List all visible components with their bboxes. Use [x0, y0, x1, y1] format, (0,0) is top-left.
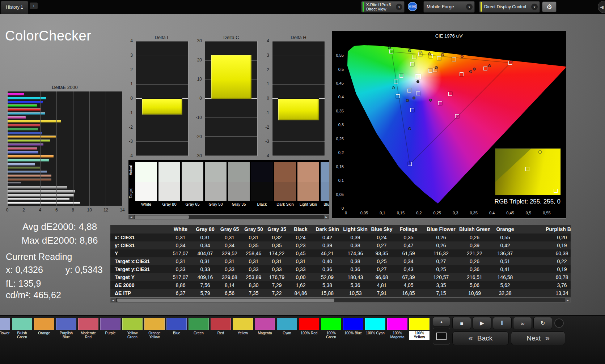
column-header: Purplish Blue	[520, 225, 571, 234]
back-button[interactable]: « Back	[452, 331, 509, 345]
patch-button[interactable]: 100% Blue	[343, 318, 363, 340]
patch-button[interactable]: Bluish Green	[12, 318, 32, 340]
grid-line	[205, 41, 257, 42]
continuous-measure-button[interactable]: ∞	[513, 317, 532, 329]
y-tick-label: 0	[267, 96, 269, 101]
table-cell: 32,38	[490, 289, 520, 297]
scrollbar-thumb[interactable]	[117, 299, 334, 302]
swatch-label: Gray 50	[205, 201, 227, 209]
table-cell: 0,36	[341, 265, 369, 273]
patch-button[interactable]: Orange Yellow	[144, 318, 165, 340]
deltae-bar-row	[8, 144, 122, 146]
deltae-bar	[8, 202, 80, 204]
scrollbar-thumb[interactable]	[135, 215, 189, 219]
deltae-bar	[8, 108, 41, 111]
table-cell: 0,25	[423, 265, 459, 273]
table-cell: 0,39	[341, 234, 369, 241]
play-button[interactable]: ▶	[473, 317, 491, 329]
grid-line	[272, 155, 325, 156]
patch-button[interactable]: Blue Flower	[0, 318, 10, 340]
reading-y: y: 0,5343	[65, 265, 103, 275]
grid-line	[106, 91, 106, 206]
patch-button[interactable]: Moderate Red	[78, 318, 98, 340]
patch-button[interactable]: Orange	[34, 318, 54, 340]
y-tick-label: -3	[265, 139, 269, 144]
swatch-label: Gray 65	[182, 201, 203, 209]
patch-label: Red	[211, 331, 231, 340]
table-cell: 1,62	[288, 281, 313, 289]
table-cell: 0,31	[168, 257, 193, 265]
scroll-left-icon[interactable]: ◀	[111, 298, 116, 302]
table-cell: 5,79	[193, 289, 217, 297]
grid-line	[122, 91, 122, 206]
cie-y-tick-label: 0,2	[333, 150, 344, 155]
table-cell: 0,31	[242, 257, 266, 265]
scroll-right-icon[interactable]: ▶	[565, 298, 570, 302]
settings-button[interactable]: ⚙	[542, 1, 557, 12]
workflow-dropdown[interactable]: Direct Display Control ▾	[479, 1, 540, 13]
tab-history-1[interactable]: History 1	[1, 1, 28, 14]
patch-button-row: Blue FlowerBluish GreenOrangePurplish Bl…	[1, 318, 430, 340]
table-cell: 60,38	[520, 249, 571, 257]
y-tick-label: -4	[129, 153, 133, 158]
cie-target-marker	[407, 89, 411, 93]
patch-button[interactable]: 100% Yellow	[409, 318, 430, 340]
y-tick-label: 2	[267, 67, 269, 72]
pattern-window-button[interactable]	[433, 328, 450, 344]
table-cell: 146,58	[490, 273, 520, 281]
patch-color	[166, 318, 187, 330]
x-tick-label: 12	[103, 207, 108, 213]
table-cell: 0,31	[288, 257, 313, 265]
patch-button[interactable]: Blue	[166, 318, 187, 340]
next-button[interactable]: Next »	[511, 331, 565, 345]
cie-target-marker	[416, 91, 420, 95]
scroll-left-icon[interactable]: ◀	[129, 215, 134, 219]
chevron-left-icon: ◀	[600, 4, 604, 10]
patch-button[interactable]: 100% Magenta	[387, 318, 407, 340]
table-cell: 409,16	[193, 273, 217, 281]
swatch-column: White	[135, 162, 157, 209]
chevron-down-icon[interactable]: ▾	[396, 4, 402, 10]
patch-button[interactable]: Green	[189, 318, 209, 340]
cie-x-tick-label: 0,15	[397, 211, 405, 215]
cie-measurement-marker	[509, 60, 512, 63]
column-header: Gray 80	[193, 225, 217, 234]
table-cell: 0,31	[217, 257, 242, 265]
y-tick-label: -2	[265, 125, 269, 130]
chevron-down-icon[interactable]: ▾	[466, 4, 473, 10]
grid-line	[136, 70, 188, 70]
row-label: x: CIE31	[110, 234, 168, 241]
loop-button[interactable]: ↻	[533, 317, 552, 329]
deltae-bar	[8, 120, 61, 123]
table-cell: 258,46	[242, 249, 266, 257]
patch-button[interactable]: 100% Red	[299, 318, 319, 340]
grid-line	[136, 41, 188, 42]
source-dropdown[interactable]: Mobile Forge ▾	[423, 1, 475, 13]
pause-button[interactable]: Ⅱ	[493, 317, 512, 329]
patch-button[interactable]: 100% Cyan	[365, 318, 385, 340]
patch-button[interactable]: Red	[211, 318, 231, 340]
patch-color	[189, 318, 209, 330]
patch-color	[34, 318, 54, 330]
patch-button[interactable]: Cyan	[277, 318, 297, 340]
stop-button[interactable]: ■	[452, 317, 471, 329]
patch-button[interactable]: Yellow Green	[122, 318, 143, 340]
expand-patch-list-button[interactable]: ▴	[433, 317, 450, 326]
patch-button[interactable]: Yellow	[233, 318, 253, 340]
chevron-down-icon[interactable]: ▾	[531, 4, 538, 10]
deltae-bar-row	[8, 198, 122, 200]
table-scrollbar[interactable]: ◀ ▶	[110, 298, 571, 303]
inset-dot-marker	[538, 150, 542, 154]
patch-button[interactable]: Magenta	[255, 318, 275, 340]
table-cell: 0,19	[520, 265, 571, 273]
y-tick-label: 0	[199, 96, 202, 101]
patch-button[interactable]: Purple	[100, 318, 120, 340]
meter-dropdown[interactable]: X-Rite i1Pro 3 Direct View ▾	[361, 1, 405, 13]
collapse-panel-button[interactable]: ◀	[598, 1, 605, 13]
swatch-strip-scrollbar[interactable]: ◀ ▶	[128, 215, 329, 219]
scroll-right-icon[interactable]: ▶	[324, 215, 329, 219]
new-tab-button[interactable]: +	[30, 3, 38, 9]
patch-button[interactable]: Purplish Blue	[56, 318, 76, 340]
patch-button[interactable]: 100% Green	[321, 318, 341, 340]
table-cell: 0,31	[266, 257, 288, 265]
